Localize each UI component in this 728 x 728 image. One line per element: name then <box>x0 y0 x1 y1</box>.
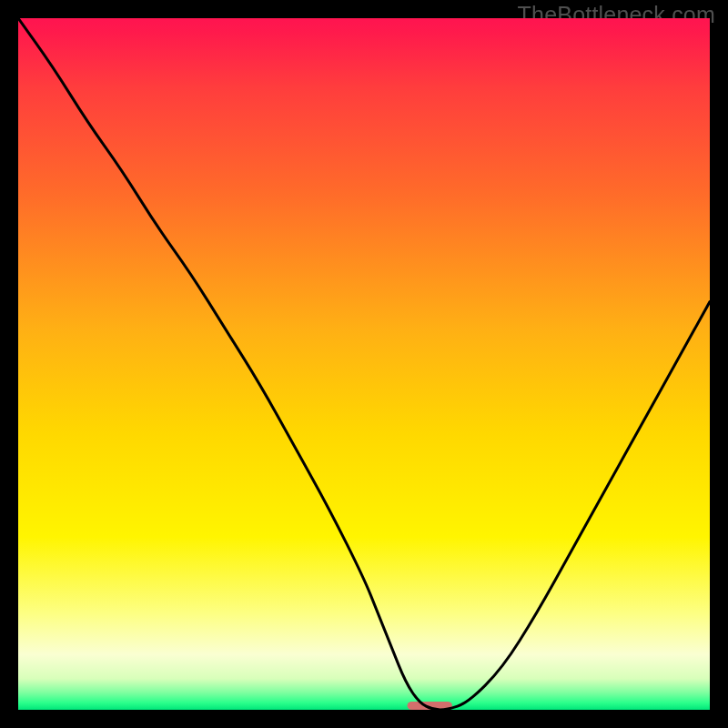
bottleneck-chart <box>18 18 710 710</box>
gradient-background <box>18 18 710 710</box>
chart-frame: TheBottleneck.com <box>0 0 728 728</box>
